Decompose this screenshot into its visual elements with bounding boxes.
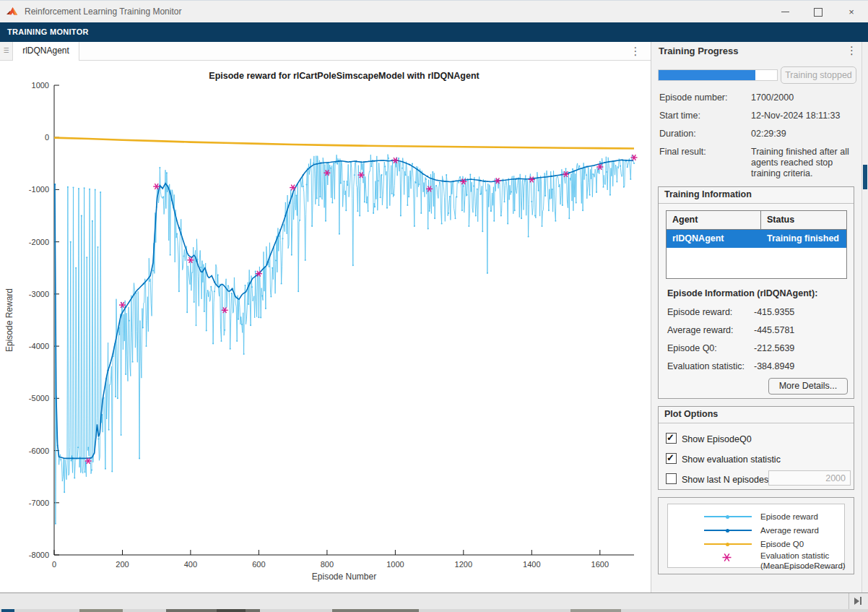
svg-text:200: 200 (116, 560, 129, 569)
title-bar: Reinforcement Learning Training Monitor … (0, 0, 868, 22)
legend-label: Evaluation statistic(MeanEpisodeReward) (760, 551, 846, 571)
field-label: Duration: (659, 129, 696, 139)
collapsed-panel-strip (862, 42, 868, 592)
legend-label: Average reward (760, 525, 819, 535)
episode-reward-line-swatch (704, 516, 752, 517)
episode-information-title: Episode Information (rlDQNAgent): (667, 288, 817, 298)
svg-text:0: 0 (52, 560, 56, 569)
average-reward-line-swatch (704, 530, 752, 531)
checkbox[interactable] (666, 433, 677, 444)
legend-item-episode-reward: Episode reward (668, 512, 844, 522)
svg-text:600: 600 (252, 560, 265, 569)
panel-menu-icon[interactable]: ⋮ (846, 44, 857, 57)
svg-text:Episode Number: Episode Number (312, 572, 376, 582)
show-episodeq0-option[interactable]: Show EpisodeQ0 (666, 433, 752, 444)
checkbox-label: Show EpisodeQ0 (682, 434, 752, 444)
episode-reward-row: Episode reward: -415.9355 (667, 307, 848, 317)
training-progress-bar (658, 69, 778, 81)
checkbox[interactable] (666, 453, 677, 464)
toolstrip-ribbon: TRAINING MONITOR (0, 22, 868, 42)
last-n-episodes-input[interactable] (768, 470, 851, 486)
svg-text:-2000: -2000 (29, 238, 49, 246)
tab-overflow-menu-icon[interactable]: ⋮ (628, 42, 643, 60)
final-result-row: Final result: Training finished after al… (659, 147, 856, 157)
legend-item-average-reward: Average reward (668, 525, 844, 535)
panel-title: Training Progress (659, 46, 739, 56)
training-progress-panel: Training Progress ⋮ Training stopped Epi… (651, 42, 862, 592)
expand-panel-icon[interactable] (854, 597, 862, 605)
status-cell: Training finished (761, 230, 846, 248)
legend-item-evaluation-statistic: Evaluation statistic(MeanEpisodeReward) (668, 551, 844, 571)
col-header-agent: Agent (667, 211, 761, 229)
show-evaluation-statistic-option[interactable]: Show evaluation statistic (666, 453, 781, 465)
status-bar (0, 592, 868, 609)
matlab-logo-icon (6, 7, 19, 17)
episode-number-row: Episode number: 1700/2000 (659, 92, 856, 103)
more-details-button[interactable]: More Details... (768, 378, 848, 395)
duration-row: Duration: 02:29:39 (659, 129, 856, 139)
close-icon: × (849, 7, 854, 17)
field-label: Start time: (659, 111, 700, 121)
field-label: Episode Q0: (667, 343, 717, 353)
checkbox-label: Show evaluation statistic (682, 454, 781, 465)
training-chart: 10000-1000-2000-3000-4000-5000-6000-7000… (0, 61, 651, 592)
field-value: -384.8949 (754, 361, 794, 371)
svg-text:1000: 1000 (32, 81, 49, 90)
col-header-status: Status (761, 211, 846, 229)
field-value: 12-Nov-2024 18:11:33 (751, 111, 859, 121)
field-value: 02:29:39 (751, 129, 859, 139)
episode-q0-row: Episode Q0: -212.5639 (667, 343, 848, 353)
minimize-button[interactable] (768, 1, 802, 23)
legend-section: Episode reward Average reward Episode Q0 (658, 497, 854, 574)
svg-text:Episode Reward: Episode Reward (4, 288, 14, 352)
chart-legend: Episode reward Average reward Episode Q0 (667, 504, 845, 568)
field-label: Final result: (659, 147, 706, 157)
evaluation-statistic-row: Evaluation statistic: -384.8949 (667, 361, 848, 371)
svg-text:0: 0 (45, 133, 49, 142)
table-row[interactable]: rlDQNAgent Training finished (667, 230, 846, 248)
svg-text:-5000: -5000 (29, 394, 49, 402)
legend-item-episode-q0: Episode Q0 (668, 539, 844, 549)
svg-text:800: 800 (321, 560, 334, 569)
status-bar-divider (849, 593, 849, 609)
field-label: Average reward: (667, 325, 734, 335)
svg-text:1400: 1400 (523, 560, 540, 569)
svg-text:-4000: -4000 (29, 342, 49, 350)
agent-status-table: Agent Status rlDQNAgent Training finishe… (666, 210, 847, 279)
progress-fill (659, 70, 755, 80)
field-value: -445.5781 (754, 325, 794, 335)
tab-training-monitor[interactable]: TRAINING MONITOR (0, 22, 868, 42)
tab-list-icon[interactable]: ☰ (0, 42, 13, 60)
average-reward-row: Average reward: -445.5781 (667, 325, 848, 335)
tab-rldqnagent[interactable]: rlDQNAgent (12, 42, 79, 61)
svg-text:1000: 1000 (386, 560, 404, 569)
evaluation-statistic-asterisk-icon (721, 552, 732, 563)
field-label: Evaluation statistic: (667, 361, 745, 371)
section-title: Plot Options (659, 407, 854, 423)
taskbar-sliver (0, 609, 868, 612)
section-title: Training Information (659, 187, 854, 204)
legend-label: Episode Q0 (760, 539, 804, 549)
field-label: Episode number: (659, 92, 728, 103)
show-last-n-episodes-option[interactable]: Show last N episodes (666, 473, 768, 485)
svg-text:-8000: -8000 (29, 551, 49, 559)
svg-text:-1000: -1000 (29, 185, 49, 194)
close-button[interactable]: × (835, 1, 868, 23)
training-stopped-button[interactable]: Training stopped (781, 66, 856, 84)
svg-text:1200: 1200 (455, 560, 472, 569)
checkbox-label: Show last N episodes (682, 475, 768, 485)
field-value: -212.5639 (754, 343, 794, 353)
field-value: 1700/2000 (751, 92, 859, 103)
checkbox[interactable] (666, 473, 677, 484)
maximize-button[interactable] (802, 1, 835, 23)
scroll-indicator[interactable] (863, 165, 867, 189)
training-information-section: Training Information Agent Status rlDQNA… (658, 186, 854, 399)
window-title: Reinforcement Learning Training Monitor (25, 7, 181, 17)
legend-label: Episode reward (760, 512, 818, 522)
plot-options-section: Plot Options Show EpisodeQ0 Show evaluat… (658, 406, 854, 490)
episode-q0-line-swatch (704, 543, 752, 545)
svg-text:400: 400 (184, 560, 197, 569)
document-tab-bar: ☰ rlDQNAgent ⋮ (0, 42, 651, 61)
svg-text:Episode reward for rlCartPoleS: Episode reward for rlCartPoleSimscapeMod… (209, 71, 479, 81)
svg-text:-6000: -6000 (29, 447, 49, 455)
